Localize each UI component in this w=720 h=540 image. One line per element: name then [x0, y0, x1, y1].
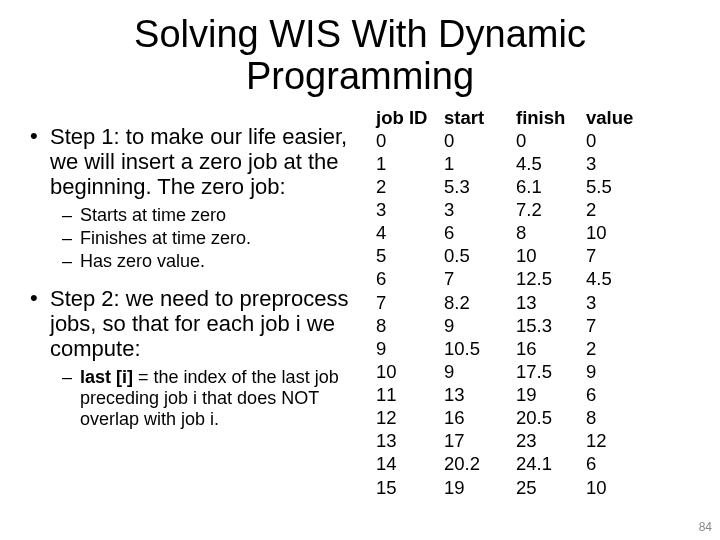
table-cell: 1 — [440, 152, 514, 175]
table-row: 8915.37 — [370, 314, 690, 337]
table-cell: 19 — [514, 383, 584, 406]
table-cell: 23 — [514, 429, 584, 452]
table-row: 25.36.15.5 — [370, 175, 690, 198]
header-jobid: job ID — [370, 106, 440, 129]
table-cell: 3 — [584, 291, 644, 314]
table-cell: 20.5 — [514, 406, 584, 429]
table-row: 46810 — [370, 221, 690, 244]
table-cell: 9 — [440, 314, 514, 337]
table-cell: 0 — [584, 129, 644, 152]
table-cell: 16 — [514, 337, 584, 360]
dash-icon: – — [62, 205, 80, 226]
table-cell: 5 — [370, 244, 440, 267]
dash-icon: – — [62, 251, 80, 272]
header-value: value — [584, 106, 644, 129]
table-cell: 1 — [370, 152, 440, 175]
table-cell: 9 — [584, 360, 644, 383]
table-cell: 3 — [584, 152, 644, 175]
bullet-step1: • Step 1: to make our life easier, we wi… — [30, 124, 360, 200]
table-cell: 25 — [514, 476, 584, 499]
sub-bullet: – Has zero value. — [62, 251, 360, 272]
table-cell: 0.5 — [440, 244, 514, 267]
table-cell: 4.5 — [584, 267, 644, 290]
header-finish: finish — [514, 106, 584, 129]
table-cell: 8 — [370, 314, 440, 337]
page-number: 84 — [699, 520, 712, 534]
header-start: start — [440, 106, 514, 129]
bullet-step2: • Step 2: we need to preprocess jobs, so… — [30, 286, 360, 362]
slide-title: Solving WIS With Dynamic Programming — [30, 14, 690, 98]
table-row: 10917.59 — [370, 360, 690, 383]
table-cell: 6 — [584, 383, 644, 406]
table-cell: 2 — [584, 337, 644, 360]
table-cell: 7 — [584, 314, 644, 337]
table-cell: 8.2 — [440, 291, 514, 314]
table-cell: 7 — [584, 244, 644, 267]
table-cell: 12.5 — [514, 267, 584, 290]
table-row: 78.2133 — [370, 291, 690, 314]
bullet-step1-text: Step 1: to make our life easier, we will… — [50, 124, 360, 200]
table-row: 337.22 — [370, 198, 690, 221]
table-cell: 10 — [370, 360, 440, 383]
table-cell: 3 — [370, 198, 440, 221]
table-row: 1420.224.16 — [370, 452, 690, 475]
job-table: job ID start finish value 0000114.5325.3… — [370, 106, 690, 499]
bullet-step2-text: Step 2: we need to preprocess jobs, so t… — [50, 286, 360, 362]
table-cell: 7 — [440, 267, 514, 290]
table-row: 121620.58 — [370, 406, 690, 429]
bullet-step2-sublist: – last [i] = the index of the last job p… — [62, 367, 360, 429]
sub-bullet-bold: last [i] — [80, 367, 133, 387]
table-cell: 16 — [440, 406, 514, 429]
table-cell: 15.3 — [514, 314, 584, 337]
table-cell: 13 — [514, 291, 584, 314]
bullet-dot-icon: • — [30, 286, 50, 362]
table-cell: 2 — [370, 175, 440, 198]
table-row: 50.5107 — [370, 244, 690, 267]
table-row: 13172312 — [370, 429, 690, 452]
table-cell: 19 — [440, 476, 514, 499]
table-cell: 4.5 — [514, 152, 584, 175]
table-cell: 5.5 — [584, 175, 644, 198]
table-cell: 17 — [440, 429, 514, 452]
table-row: 15192510 — [370, 476, 690, 499]
table-row: 6712.54.5 — [370, 267, 690, 290]
table-cell: 6 — [440, 221, 514, 244]
table-cell: 0 — [514, 129, 584, 152]
right-column: job ID start finish value 0000114.5325.3… — [360, 106, 690, 499]
bullet-step1-sublist: – Starts at time zero – Finishes at time… — [62, 205, 360, 271]
table-row: 910.5162 — [370, 337, 690, 360]
table-cell: 7.2 — [514, 198, 584, 221]
table-cell: 3 — [440, 198, 514, 221]
table-cell: 6 — [370, 267, 440, 290]
sub-bullet-text: Has zero value. — [80, 251, 360, 272]
table-cell: 10 — [514, 244, 584, 267]
sub-bullet: – Starts at time zero — [62, 205, 360, 226]
table-cell: 6.1 — [514, 175, 584, 198]
table-cell: 0 — [440, 129, 514, 152]
table-cell: 10 — [584, 221, 644, 244]
table-body: 0000114.5325.36.15.5337.224681050.510767… — [370, 129, 690, 499]
table-cell: 17.5 — [514, 360, 584, 383]
table-cell: 12 — [584, 429, 644, 452]
sub-bullet-text: Starts at time zero — [80, 205, 360, 226]
table-cell: 2 — [584, 198, 644, 221]
table-cell: 10.5 — [440, 337, 514, 360]
bullet-dot-icon: • — [30, 124, 50, 200]
slide: Solving WIS With Dynamic Programming • S… — [0, 0, 720, 540]
table-cell: 10 — [584, 476, 644, 499]
table-row: 1113196 — [370, 383, 690, 406]
table-cell: 8 — [584, 406, 644, 429]
table-cell: 13 — [440, 383, 514, 406]
table-cell: 15 — [370, 476, 440, 499]
dash-icon: – — [62, 228, 80, 249]
table-header-row: job ID start finish value — [370, 106, 690, 129]
table-cell: 4 — [370, 221, 440, 244]
dash-icon: – — [62, 367, 80, 429]
table-cell: 9 — [440, 360, 514, 383]
table-cell: 8 — [514, 221, 584, 244]
table-row: 0000 — [370, 129, 690, 152]
table-cell: 7 — [370, 291, 440, 314]
table-cell: 6 — [584, 452, 644, 475]
table-cell: 5.3 — [440, 175, 514, 198]
sub-bullet-text: last [i] = the index of the last job pre… — [80, 367, 360, 429]
